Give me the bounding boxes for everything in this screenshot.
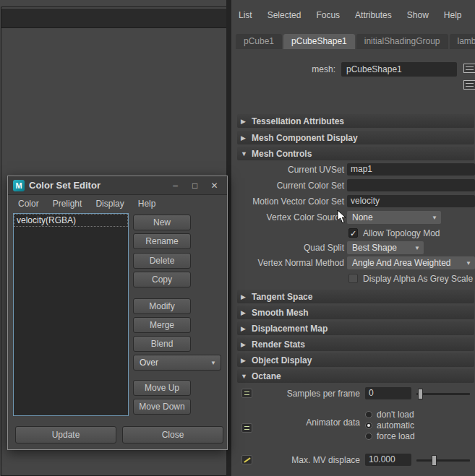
section-tangent-space[interactable]: ▶ Tangent Space	[237, 290, 474, 303]
expanded-arrow-icon: ▼	[241, 373, 252, 380]
dropdown-value: Over	[138, 358, 206, 368]
window-title: Color Set Editor	[29, 180, 163, 191]
animator-force-load-radio[interactable]	[365, 433, 372, 440]
list-item[interactable]: velocity(RGBA)	[14, 215, 127, 226]
menu-help[interactable]: Help	[444, 10, 462, 20]
blend-mode-dropdown[interactable]: Over ▼	[133, 355, 221, 371]
display-alpha-label: Display Alpha As Grey Scale	[363, 272, 473, 285]
close-icon[interactable]: ✕	[207, 181, 222, 191]
move-up-button[interactable]: Move Up	[133, 380, 191, 396]
display-alpha-checkbox[interactable]	[348, 274, 358, 283]
dropdown-value: Best Shape	[351, 243, 410, 253]
slider-handle[interactable]	[432, 455, 437, 466]
current-uvset-row: Current UVSet map1	[231, 163, 475, 176]
allow-topology-mod-checkbox[interactable]: ✓	[348, 228, 358, 238]
menu-selected[interactable]: Selected	[268, 10, 301, 20]
chevron-down-icon: ▼	[466, 260, 471, 267]
section-tessellation-attributes[interactable]: ▶ Tessellation Attributes	[237, 114, 474, 128]
animator-data-label: Animator data	[231, 416, 360, 429]
motion-vector-color-set-row: Motion Vector Color Set velocity	[231, 195, 475, 208]
animator-dont-load-label: don't load	[377, 410, 414, 420]
section-label: Tessellation Attributes	[252, 116, 344, 126]
chevron-down-icon: ▼	[432, 215, 437, 221]
collapsed-arrow-icon: ▶	[241, 293, 252, 300]
tab-initialshadinggroup[interactable]: initialShadingGroup	[356, 34, 448, 49]
menu-attributes[interactable]: Attributes	[355, 10, 392, 20]
current-color-set-field[interactable]	[347, 179, 475, 191]
collapsed-arrow-icon: ▶	[241, 309, 252, 316]
modify-button[interactable]: Modify	[133, 298, 191, 314]
delete-button[interactable]: Delete	[133, 253, 191, 269]
animator-automatic-radio[interactable]	[365, 422, 372, 429]
move-down-button[interactable]: Move Down	[133, 399, 191, 415]
collapsed-arrow-icon: ▶	[241, 134, 252, 142]
section-label: Displacement Map	[252, 324, 328, 334]
section-label: Render Stats	[252, 339, 305, 350]
dropdown-value: Angle And Area Weighted	[351, 258, 461, 268]
menu-display[interactable]: Display	[95, 199, 124, 209]
expanded-arrow-icon: ▼	[241, 150, 252, 157]
current-uvset-label: Current UVSet	[231, 163, 344, 176]
samples-per-frame-field[interactable]: 0	[365, 387, 411, 399]
window-titlebar[interactable]: M Color Set Editor – □ ✕	[8, 176, 227, 195]
mesh-name-field[interactable]: pCubeShape1	[341, 62, 457, 77]
tab-pcubeshape1[interactable]: pCubeShape1	[283, 34, 355, 49]
slider-handle[interactable]	[418, 389, 423, 399]
section-label: Object Display	[252, 355, 312, 365]
menu-help[interactable]: Help	[138, 199, 156, 209]
dropdown-value: None	[351, 212, 427, 222]
animator-dont-load-radio[interactable]	[365, 411, 372, 418]
display-alpha-row: Display Alpha As Grey Scale	[231, 272, 475, 285]
section-smooth-mesh[interactable]: ▶ Smooth Mesh	[237, 306, 474, 319]
new-button[interactable]: New	[133, 215, 191, 230]
section-mesh-controls[interactable]: ▼ Mesh Controls	[237, 147, 474, 160]
attribute-editor-menubar: List Selected Focus Attributes Show Help	[239, 7, 475, 23]
max-mv-displace-slider[interactable]	[416, 459, 470, 462]
vertex-color-source-row: Vertex Color Source None ▼	[231, 211, 475, 224]
section-label: Smooth Mesh	[252, 308, 309, 318]
section-render-stats[interactable]: ▶ Render Stats	[237, 337, 474, 351]
motion-vector-color-set-label: Motion Vector Color Set	[231, 195, 344, 208]
tab-lambert[interactable]: lambe	[450, 34, 475, 49]
update-button[interactable]: Update	[15, 426, 116, 443]
vertex-normal-method-dropdown[interactable]: Angle And Area Weighted ▼	[347, 256, 475, 269]
menu-color[interactable]: Color	[18, 199, 39, 209]
copy-button[interactable]: Copy	[133, 272, 191, 287]
section-mesh-component-display[interactable]: ▶ Mesh Component Display	[237, 131, 474, 144]
merge-button[interactable]: Merge	[133, 317, 191, 333]
menu-focus[interactable]: Focus	[316, 10, 340, 20]
mouse-cursor	[337, 209, 347, 226]
motion-vector-color-set-field[interactable]: velocity	[347, 195, 475, 207]
color-set-list[interactable]: velocity(RGBA)	[13, 213, 129, 416]
quad-split-dropdown[interactable]: Best Shape ▼	[347, 241, 424, 254]
rename-button[interactable]: Rename	[133, 233, 191, 249]
show-input-connections-icon[interactable]	[463, 64, 475, 73]
max-mv-displace-label: Max. MV displace	[231, 454, 360, 467]
section-label: Octane	[252, 371, 281, 381]
section-object-display[interactable]: ▶ Object Display	[237, 353, 474, 367]
blend-button[interactable]: Blend	[133, 336, 191, 352]
menu-prelight[interactable]: Prelight	[53, 199, 82, 209]
attribute-editor-side-icons	[463, 64, 475, 97]
current-uvset-field[interactable]: map1	[347, 163, 475, 176]
collapsed-arrow-icon: ▶	[241, 357, 252, 364]
allow-topology-mod-label: Allow Topology Mod	[363, 227, 440, 240]
maya-app-icon: M	[13, 180, 25, 191]
samples-per-frame-label: Samples per frame	[231, 387, 360, 400]
maximize-icon[interactable]: □	[187, 181, 202, 191]
show-output-connections-icon[interactable]	[463, 80, 475, 90]
section-displacement-map[interactable]: ▶ Displacement Map	[237, 321, 474, 335]
close-button[interactable]: Close	[122, 426, 223, 443]
menu-list[interactable]: List	[239, 10, 252, 20]
max-mv-displace-row: Max. MV displace 10.000	[231, 454, 475, 468]
current-color-set-label: Current Color Set	[231, 179, 344, 192]
vertex-color-source-dropdown[interactable]: None ▼	[347, 211, 441, 224]
minimize-icon[interactable]: –	[168, 181, 183, 191]
tab-pcube1[interactable]: pCube1	[236, 34, 282, 49]
section-octane[interactable]: ▼ Octane	[237, 369, 474, 383]
allow-topology-mod-row: ✓ Allow Topology Mod	[231, 227, 475, 240]
viewport-panel-header	[1, 9, 226, 28]
samples-per-frame-slider[interactable]	[416, 393, 470, 395]
max-mv-displace-field[interactable]: 10.000	[365, 454, 411, 466]
menu-show[interactable]: Show	[407, 10, 429, 20]
